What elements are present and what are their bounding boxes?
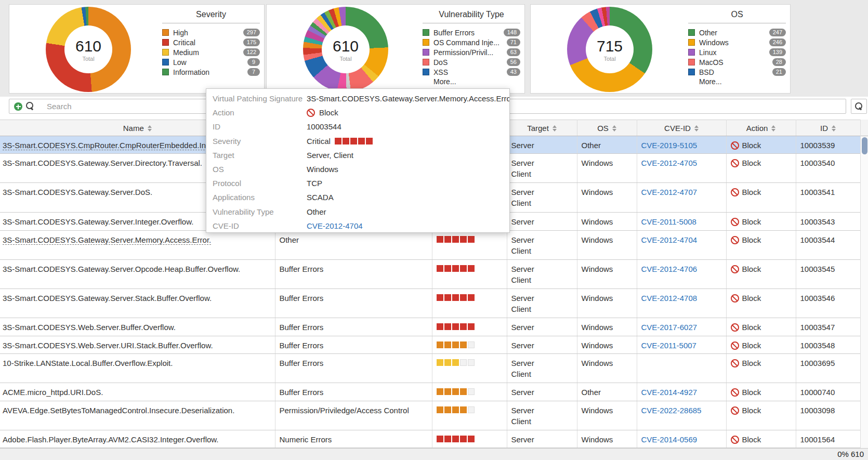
cve-link[interactable]: CVE-2012-4704 — [641, 235, 698, 244]
severity-square — [452, 341, 459, 348]
legend-item-linux[interactable]: Linux139 — [688, 47, 786, 57]
signature-name[interactable]: 3S-Smart.CODESYS.Gateway.Server.Stack.Bu… — [3, 294, 212, 303]
legend-count-badge: 247 — [769, 29, 786, 36]
cve-link[interactable]: CVE-2012-4708 — [641, 294, 698, 303]
legend-item-medium[interactable]: Medium122 — [162, 47, 260, 57]
column-header-id[interactable]: ID — [796, 120, 860, 136]
signature-name[interactable]: 3S-Smart.CODESYS.Gateway.Server.Memory.A… — [3, 235, 211, 245]
signature-name[interactable]: ACME.micro_httpd.URI.DoS. — [3, 388, 103, 397]
column-header-cve-id[interactable]: CVE-ID — [637, 120, 726, 136]
detail-value: Other — [307, 207, 326, 216]
scrollbar-thumb[interactable] — [862, 137, 867, 154]
cve-link[interactable]: CVE-2012-4707 — [641, 188, 698, 196]
signature-name[interactable]: 10-Strike.LANState.Local.Buffer.Overflow… — [3, 359, 173, 367]
cve-link[interactable]: CVE-2011-5008 — [641, 217, 696, 226]
target-cell: Server — [507, 318, 577, 336]
signature-name[interactable]: 3S-Smart.CODESYS.Gateway.Server.Opcode.H… — [3, 265, 240, 273]
legend-swatch — [688, 59, 695, 65]
signature-id: 10003545 — [800, 265, 835, 273]
table-scrollbar[interactable] — [860, 120, 868, 448]
legend-item-bsd[interactable]: BSD21 — [688, 67, 786, 77]
sort-icon — [694, 125, 699, 132]
legend-item-dos[interactable]: DoS56 — [423, 57, 520, 67]
block-icon — [731, 436, 739, 444]
cve-link[interactable]: CVE-2012-4705 — [641, 159, 698, 167]
legend-item-xss[interactable]: XSS43 — [423, 67, 520, 77]
signature-id: 10000740 — [800, 388, 835, 397]
table-row[interactable]: 3S-Smart.CODESYS.Gateway.Server.Memory.A… — [0, 231, 860, 260]
signature-id: 10003098 — [800, 406, 835, 415]
legend-item-critical[interactable]: Critical175 — [162, 37, 260, 47]
cve-link[interactable]: CVE-2014-4927 — [641, 388, 698, 397]
block-icon — [731, 265, 739, 273]
os-value: Windows — [582, 435, 613, 444]
id-cell: 10003547 — [796, 318, 860, 336]
legend-item-buffer-errors[interactable]: Buffer Errors148 — [423, 28, 520, 37]
cve-cell: CVE-2012-4707 — [637, 183, 726, 213]
table-row[interactable]: Adobe.Flash.Player.ByteArray.AVM2.CASI32… — [0, 430, 860, 448]
signature-name[interactable]: 3S-Smart.CODESYS.Web.Server.URI.Stack.Bu… — [3, 341, 213, 350]
legend-label: Linux — [699, 48, 769, 57]
table-row[interactable]: 3S-Smart.CODESYS.Web.Server.Buffer.Overf… — [0, 318, 860, 336]
cve-link[interactable]: CVE-2022-28685 — [641, 406, 702, 415]
severity-square — [437, 388, 443, 395]
legend-item-high[interactable]: High297 — [162, 28, 260, 37]
cve-link[interactable]: CVE-2014-0569 — [641, 435, 698, 444]
target-cell: Server — [507, 336, 577, 354]
os-cell: Windows — [577, 430, 637, 448]
legend-more-link[interactable]: More... — [433, 77, 520, 86]
legend-count-badge: 246 — [769, 38, 786, 46]
table-row[interactable]: 3S-Smart.CODESYS.Gateway.Server.Stack.Bu… — [0, 289, 860, 318]
cve-link[interactable]: CVE-2012-4706 — [641, 265, 698, 273]
severity-cell — [432, 260, 507, 289]
action-label: Block — [742, 141, 761, 150]
signature-name[interactable]: 3S-Smart.CODESYS.Web.Server.Buffer.Overf… — [3, 323, 176, 332]
legend-item-os-command-inje[interactable]: OS Command Inje...71 — [423, 37, 520, 47]
target-cell: Server — [507, 383, 577, 401]
legend-item-macos[interactable]: MacOS28 — [688, 57, 786, 67]
table-row[interactable]: 3S-Smart.CODESYS.Gateway.Server.Opcode.H… — [0, 260, 860, 289]
signature-name[interactable]: 3S-Smart.CODESYS.Gateway.Server.Integer.… — [3, 217, 193, 226]
vulnerability-type-donut-chart[interactable]: 610Total — [303, 7, 388, 92]
severity-cell — [432, 401, 507, 430]
action-label: Block — [742, 294, 761, 303]
column-header-os[interactable]: OS — [577, 120, 637, 136]
table-row[interactable]: 10-Strike.LANState.Local.Buffer.Overflow… — [0, 354, 860, 383]
severity-square — [366, 138, 373, 144]
column-header-target[interactable]: Target — [507, 120, 577, 136]
donut-center: 610Total — [64, 25, 112, 73]
cve-link[interactable]: CVE-2017-6027 — [641, 323, 698, 332]
os-cell: Windows — [577, 289, 637, 318]
legend-more-link[interactable]: More... — [699, 77, 786, 86]
signature-name[interactable]: AVEVA.Edge.SetBytesToManagedControl.Inse… — [3, 406, 234, 415]
severity-donut-chart[interactable]: 610Total — [46, 7, 131, 92]
table-row[interactable]: 3S-Smart.CODESYS.Web.Server.URI.Stack.Bu… — [0, 336, 860, 354]
signature-name[interactable]: 3S-Smart.CODESYS.Gateway.Server.DoS. — [3, 188, 152, 196]
os-donut-chart[interactable]: 715Total — [567, 7, 652, 92]
column-header-action[interactable]: Action — [726, 120, 796, 136]
add-filter-icon[interactable] — [14, 102, 22, 111]
cve-link[interactable]: CVE-2011-5007 — [641, 341, 696, 350]
target-value: Server — [511, 187, 574, 198]
legend-item-information[interactable]: Information7 — [162, 67, 260, 77]
legend-item-low[interactable]: Low9 — [162, 57, 260, 67]
legend-swatch — [688, 49, 695, 56]
cve-link[interactable]: CVE-2019-5105 — [641, 141, 698, 150]
legend-swatch — [423, 49, 429, 56]
signature-name[interactable]: Adobe.Flash.Player.ByteArray.AVM2.CASI32… — [3, 435, 218, 444]
legend-item-windows[interactable]: Windows246 — [688, 37, 786, 47]
cve-link[interactable]: CVE-2012-4704 — [307, 221, 363, 230]
severity-square — [452, 294, 459, 301]
action-label: Block — [742, 435, 761, 444]
block-icon — [731, 218, 739, 226]
donut-total-label: Total — [603, 56, 615, 62]
legend-label: Medium — [173, 48, 243, 57]
legend-item-permission-privil[interactable]: Permission/Privil...63 — [423, 47, 520, 57]
legend-item-other[interactable]: Other247 — [688, 28, 786, 37]
signature-name[interactable]: 3S-Smart.CODESYS.Gateway.Server.Director… — [3, 159, 202, 167]
severity-bar — [437, 265, 475, 272]
signature-name[interactable]: 3S-Smart.CODESYS.CmpRouter.CmpRouterEmbe… — [3, 141, 213, 150]
table-row[interactable]: ACME.micro_httpd.URI.DoS.Buffer ErrorsSe… — [0, 383, 860, 401]
search-button[interactable] — [851, 99, 867, 114]
table-row[interactable]: AVEVA.Edge.SetBytesToManagedControl.Inse… — [0, 401, 860, 430]
